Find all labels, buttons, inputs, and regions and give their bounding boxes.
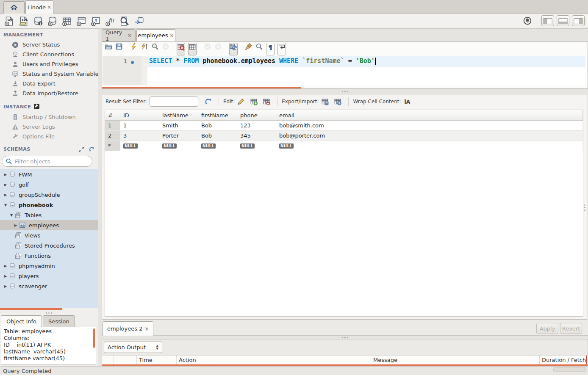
autocommit-button[interactable] (229, 43, 238, 55)
tree-item-golf[interactable]: ▶golf (0, 179, 98, 190)
edit-record-icon[interactable] (236, 97, 246, 106)
apply-button[interactable]: Apply (536, 323, 558, 334)
new-sql-tab-button[interactable]: SQL (4, 16, 14, 26)
tab-employees[interactable]: employees× (136, 29, 175, 41)
output-type-select[interactable]: Action Output ▲▼ (104, 342, 162, 353)
column-header-ID[interactable]: ID (120, 110, 159, 120)
table-cell[interactable]: NULL (120, 141, 159, 151)
output-column-time[interactable]: Time (137, 356, 177, 364)
table-cell[interactable]: 1 (120, 121, 159, 130)
bottom-hscrollbar-thumb[interactable] (553, 367, 586, 372)
limit-grid-button[interactable] (188, 43, 197, 55)
delete-row-icon[interactable] (262, 97, 271, 106)
close-tab-icon[interactable]: × (128, 33, 132, 39)
table-cell[interactable]: bob@smith.com (276, 121, 583, 130)
toggle-bottom-panel-button[interactable] (557, 15, 569, 26)
magnifier-button[interactable] (255, 43, 263, 55)
object-info-scrollbar[interactable] (93, 328, 95, 348)
create-schema-button[interactable] (47, 16, 58, 26)
create-routine-button[interactable] (91, 16, 101, 26)
table-cell[interactable]: 3 (120, 131, 159, 141)
chevron-right-icon[interactable]: ▶ (3, 183, 8, 187)
wrap-text-button[interactable] (277, 43, 286, 55)
table-cell[interactable]: Bob (198, 121, 237, 130)
chevron-right-icon[interactable]: ▶ (3, 173, 8, 176)
expand-schemas-icon[interactable] (78, 146, 84, 152)
broom-button[interactable] (245, 43, 252, 55)
column-header-rownum[interactable]: # (105, 110, 120, 120)
table-row[interactable]: 23PorterBob345bob@porter.com (105, 131, 583, 141)
tree-item-views[interactable]: Views (0, 230, 98, 240)
sidebar-item-server-status[interactable]: Server Status (0, 40, 98, 50)
tree-item-phpmyadmin[interactable]: ▶phpmyadmin (0, 261, 98, 271)
close-tab-icon[interactable]: × (144, 326, 149, 332)
tab-object-info[interactable]: Object Info (1, 315, 42, 327)
folder-open-button[interactable] (105, 43, 112, 55)
toggle-left-panel-button[interactable] (541, 15, 554, 26)
sidebar-item-client-connections[interactable]: Client Connections (0, 50, 98, 59)
stop-on-error-button[interactable] (177, 43, 185, 55)
tree-item-scavenger[interactable]: ▶scavenger (0, 281, 98, 291)
chevron-right-icon[interactable]: ▶ (3, 193, 8, 197)
chevron-right-icon[interactable]: ▶ (3, 274, 8, 278)
rollback-x-button[interactable] (214, 43, 222, 55)
sql-code-area[interactable]: 1 SELECT * FROM phonebook.employees WHER… (103, 56, 587, 85)
output-column-message[interactable]: Message (371, 356, 540, 364)
table-cell[interactable]: NULL (198, 141, 237, 151)
sidebar-item-users-and-privileges[interactable]: Users and Privileges (0, 59, 98, 69)
refresh-resultset-icon[interactable] (203, 97, 213, 106)
bolt-cursor-button[interactable] (141, 43, 148, 55)
chevron-right-icon[interactable]: ▶ (13, 223, 19, 227)
sidebar-item-server-logs[interactable]: Server Logs (0, 122, 98, 132)
tree-item-tables[interactable]: ▼Tables (0, 210, 98, 220)
sidebar-item-data-import-restore[interactable]: Data Import/Restore (0, 88, 98, 98)
commit-check-button[interactable] (204, 43, 211, 55)
editor-result-splitter[interactable] (102, 89, 588, 94)
close-tab-icon[interactable]: × (47, 4, 51, 10)
toggle-right-panel-button[interactable] (572, 15, 585, 26)
sidebar-item-options-file[interactable]: Options File (0, 132, 98, 141)
db-info-button[interactable]: i (33, 16, 43, 26)
table-cell[interactable]: 345 (237, 131, 276, 141)
close-tab-icon[interactable]: × (169, 33, 174, 39)
wrap-cell-content-icon[interactable]: ĪA (403, 97, 412, 106)
pilcrow-button[interactable]: ¶ (266, 43, 275, 55)
column-header-firstName[interactable]: firstName (198, 110, 237, 120)
tree-item-groupschedule[interactable]: ▶groupSchedule (0, 190, 98, 200)
export-recordset-icon[interactable] (320, 97, 330, 106)
home-tab[interactable] (3, 1, 25, 14)
editor-hscrollbar[interactable] (102, 87, 301, 88)
create-view-button[interactable] (76, 16, 86, 26)
sidebar-splitter[interactable] (0, 311, 98, 315)
bolt-button[interactable] (130, 43, 138, 55)
column-header-phone[interactable]: phone (237, 110, 276, 120)
chevron-down-icon[interactable]: ▼ (3, 203, 8, 207)
open-sql-file-button[interactable]: SQL (19, 16, 29, 26)
tree-item-functions[interactable]: Functions (0, 251, 98, 261)
table-cell[interactable]: Porter (159, 131, 198, 141)
tab-session[interactable]: Session (43, 315, 75, 327)
tab-query-1[interactable]: Query 1× (102, 29, 136, 41)
tree-item-fwm[interactable]: ▶FWM (0, 169, 98, 179)
table-inspector-button[interactable] (119, 16, 130, 26)
table-cell[interactable]: 123 (237, 121, 276, 130)
sidebar-item-status-and-system-variables[interactable]: Status and System Variables (0, 69, 98, 79)
output-column-blank-1[interactable] (114, 356, 137, 364)
create-function-button[interactable]: f() (105, 16, 115, 26)
table-cell[interactable]: Bob (198, 131, 237, 141)
table-cell[interactable]: NULL (276, 141, 583, 151)
chevron-right-icon[interactable]: ▶ (3, 264, 8, 268)
tree-hscrollbar[interactable] (0, 308, 62, 310)
add-row-icon[interactable] (249, 97, 258, 106)
subtab-employees-2[interactable]: employees 2× (103, 321, 153, 336)
data-migration-button[interactable] (134, 16, 144, 26)
chevron-down-icon[interactable]: ▼ (8, 213, 14, 217)
output-column-duration-fetch[interactable]: Duration / Fetch (540, 356, 588, 364)
output-column-action[interactable]: Action (177, 356, 371, 364)
table-cell[interactable]: NULL (237, 141, 276, 151)
sidebar-item-startup-shutdown[interactable]: Startup / Shutdown (0, 112, 98, 122)
column-header-lastName[interactable]: lastName (159, 110, 198, 120)
table-row[interactable]: 11SmithBob123bob@smith.com (105, 121, 583, 131)
chevron-right-icon[interactable]: ▶ (3, 284, 8, 288)
tree-item-players[interactable]: ▶players (0, 271, 98, 281)
